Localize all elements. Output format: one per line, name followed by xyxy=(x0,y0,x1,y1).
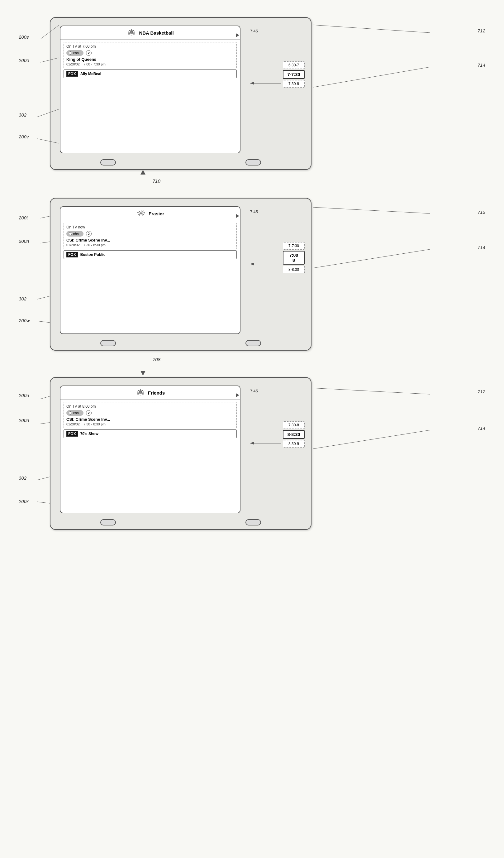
content-panel-middle: On TV now cbs 2 CSI: Crime Scene Inv... … xyxy=(64,223,237,249)
ref-302-bot: 302 xyxy=(19,475,27,480)
device-middle: Frasier On TV now cbs 2 CSI: Crime Scene… xyxy=(50,198,311,351)
ref-200t: 200t xyxy=(19,215,28,220)
content-panel-bottom: On TV at 8:00 pm cbs 2 CSI: Crime Scene … xyxy=(64,402,237,428)
channel-num-bottom: 2 xyxy=(86,410,92,416)
time-box-mid-1-selected: 7:008 xyxy=(283,251,305,265)
ref-710: 710 xyxy=(153,178,160,184)
svg-marker-26 xyxy=(141,371,145,376)
ref-200u: 200u xyxy=(19,393,29,398)
program-time-bottom: 01/20/02 7:30 - 8:30 pm xyxy=(66,422,234,426)
svg-line-23 xyxy=(313,207,430,213)
svg-line-32 xyxy=(313,430,430,449)
content-panel-top: On TV at 7:00 pm cbs 2 King of Queens 01… xyxy=(64,42,237,68)
ref-200n-mid: 200n xyxy=(19,238,29,244)
ref-200o: 200o xyxy=(19,58,29,63)
on-tv-label-middle: On TV now xyxy=(66,225,234,229)
diagram-container: 200s 200o 302 200v 712 714 xyxy=(0,0,504,858)
program-time-middle: 01/20/02 7:30 - 8:30 pm xyxy=(66,243,234,247)
time-to-content-arrow-top xyxy=(247,79,284,88)
ref-714-mid: 714 xyxy=(477,245,485,250)
ref-714-bot: 714 xyxy=(477,425,485,431)
ref-712-mid: 712 xyxy=(477,209,485,215)
time-arrow-top xyxy=(236,33,239,37)
fox-row-bottom: FOX 70's Show xyxy=(64,429,237,438)
screen-bottom: Friends On TV at 8:00 pm cbs 2 CSI: Crim… xyxy=(60,385,241,513)
program-time-top: 01/20/02 7:00 - 7:30 pm xyxy=(66,62,234,66)
nbc-logo-top xyxy=(127,29,136,37)
ref-302-top: 302 xyxy=(19,112,27,117)
device-button-right-bot[interactable] xyxy=(245,519,261,525)
on-tv-label-top: On TV at 7:00 pm xyxy=(66,44,234,49)
svg-line-31 xyxy=(313,388,430,394)
show-title-bottom: Friends xyxy=(148,390,165,396)
ref-712-bot: 712 xyxy=(477,389,485,394)
time-display-top: 7:45 xyxy=(250,29,258,33)
nbc-logo-middle xyxy=(136,209,146,218)
nbc-logo-bottom xyxy=(135,388,145,397)
ref-708: 708 xyxy=(153,357,160,362)
program-name-top: King of Queens xyxy=(66,57,234,62)
device-button-left-bot[interactable] xyxy=(100,519,116,525)
device-bottom: Friends On TV at 8:00 pm cbs 2 CSI: Crim… xyxy=(50,377,311,530)
device-button-right-mid[interactable] xyxy=(245,340,261,346)
cbs-row-bottom: cbs 2 xyxy=(66,410,234,416)
time-to-content-arrow-bot xyxy=(247,439,284,448)
screen-middle: Frasier On TV now cbs 2 CSI: Crime Scene… xyxy=(60,206,241,334)
time-box-mid-0: 7-7:30 xyxy=(283,242,305,250)
fox-show-bottom: 70's Show xyxy=(80,432,98,436)
time-display-bottom: 7:45 xyxy=(250,388,258,393)
channel-num-top: 2 xyxy=(86,50,92,56)
ref-200w: 200w xyxy=(19,318,30,323)
fox-show-top: Ally McBeal xyxy=(80,72,101,76)
screen-header-bottom: Friends xyxy=(61,386,240,399)
time-box-bot-2: 8:30-9 xyxy=(283,440,305,447)
ref-200n-bot: 200n xyxy=(19,418,29,423)
fox-row-top: FOX Ally McBeal xyxy=(64,69,237,78)
cbs-logo-top: cbs xyxy=(66,50,83,56)
time-arrow-middle xyxy=(236,214,239,218)
device-button-left-top[interactable] xyxy=(100,159,116,165)
device-top: NBA Basketball On TV at 7:00 pm cbs 2 Ki… xyxy=(50,17,311,170)
time-arrow-bottom xyxy=(236,393,239,397)
show-title-top: NBA Basketball xyxy=(139,30,174,35)
cbs-row-top: cbs 2 xyxy=(66,50,234,56)
time-box-bot-0: 7:30-8 xyxy=(283,422,305,429)
on-tv-label-bottom: On TV at 8:00 pm xyxy=(66,404,234,409)
ref-712-top: 712 xyxy=(477,28,485,33)
fox-show-middle: Boston Public xyxy=(80,252,105,257)
svg-point-52 xyxy=(140,392,142,394)
screen-top: NBA Basketball On TV at 7:00 pm cbs 2 Ki… xyxy=(60,26,241,153)
time-box-bot-1-selected: 8-8:30 xyxy=(283,430,305,439)
time-box-top-2: 7:30-8 xyxy=(283,80,305,88)
program-name-bottom: CSI: Crime Scene Inv... xyxy=(66,417,234,422)
fox-logo-bottom: FOX xyxy=(66,431,78,436)
cbs-logo-bottom: cbs xyxy=(66,410,83,416)
time-selector-middle: 7-7:30 7:008 8-8:30 xyxy=(283,242,305,273)
cbs-logo-middle: cbs xyxy=(66,231,83,237)
time-display-middle: 7:45 xyxy=(250,209,258,214)
time-box-mid-2: 8-8:30 xyxy=(283,266,305,273)
ref-714-top: 714 xyxy=(477,62,485,68)
time-box-top-1-selected: 7-7:30 xyxy=(283,70,305,79)
device-button-left-mid[interactable] xyxy=(100,340,116,346)
ref-302-mid: 302 xyxy=(19,296,27,301)
screen-header-middle: Frasier xyxy=(61,207,240,220)
svg-line-16 xyxy=(313,67,430,87)
svg-marker-18 xyxy=(141,170,145,175)
svg-line-24 xyxy=(313,249,430,268)
time-selector-bottom: 7:30-8 8-8:30 8:30-9 xyxy=(283,422,305,447)
time-selector-top: 6:30-7 7-7:30 7:30-8 xyxy=(283,61,305,88)
show-title-middle: Frasier xyxy=(149,211,164,216)
screen-header-top: NBA Basketball xyxy=(61,26,240,39)
channel-num-middle: 2 xyxy=(86,231,92,237)
device-button-right-top[interactable] xyxy=(245,159,261,165)
fox-logo-top: FOX xyxy=(66,71,78,77)
cbs-row-middle: cbs 2 xyxy=(66,231,234,237)
svg-point-41 xyxy=(140,212,142,214)
fox-logo-middle: FOX xyxy=(66,252,78,257)
fox-row-middle: FOX Boston Public xyxy=(64,250,237,259)
svg-line-15 xyxy=(313,25,430,33)
ref-200s: 200s xyxy=(19,34,29,39)
svg-point-8 xyxy=(131,32,132,34)
time-to-content-arrow-mid xyxy=(247,259,284,269)
